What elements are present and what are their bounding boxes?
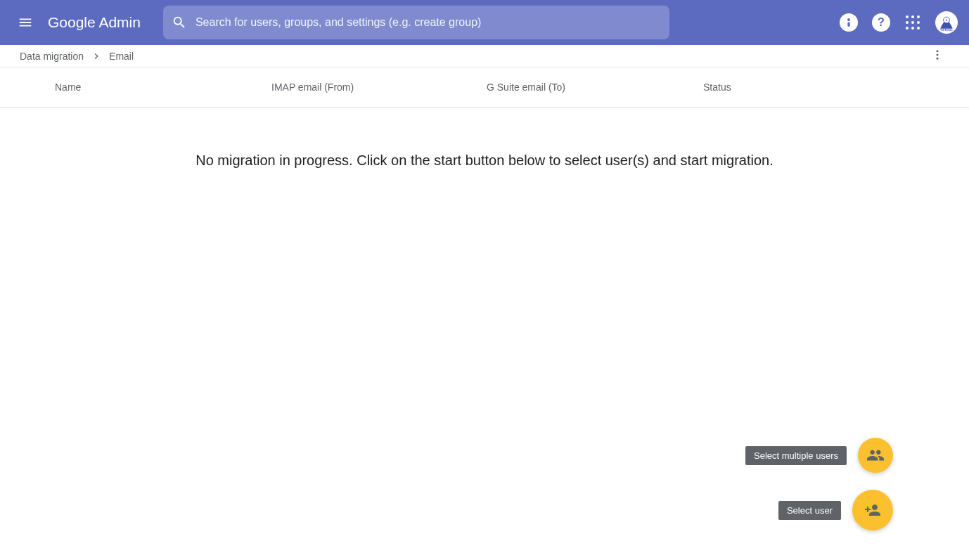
table-header: Name IMAP email (From) G Suite email (To… <box>0 67 969 108</box>
more-vert-icon <box>931 48 944 61</box>
svg-text:YSTOOL: YSTOOL <box>940 28 953 32</box>
search-icon <box>172 15 187 30</box>
select-user-button[interactable] <box>852 490 893 530</box>
app-header: Google Admin ? S YSTOOL <box>0 0 969 45</box>
help-button[interactable]: ? <box>872 13 890 32</box>
column-header-status: Status <box>703 82 969 93</box>
avatar-image: S YSTOOL <box>937 13 956 32</box>
svg-point-8 <box>937 57 939 59</box>
breadcrumb-current: Email <box>109 51 134 62</box>
info-icon <box>843 17 854 28</box>
header-icons: ? S YSTOOL <box>840 11 958 34</box>
avatar[interactable]: S YSTOOL <box>935 11 958 34</box>
search-bar[interactable] <box>163 6 669 39</box>
group-icon <box>866 446 885 464</box>
column-header-to: G Suite email (To) <box>487 82 703 93</box>
tooltip-select-user: Select user <box>778 501 841 520</box>
svg-point-7 <box>937 53 939 56</box>
search-input[interactable] <box>195 16 661 29</box>
svg-point-0 <box>847 18 850 21</box>
column-header-name: Name <box>55 82 271 93</box>
menu-button[interactable] <box>11 8 39 37</box>
apps-launcher-button[interactable] <box>904 14 921 31</box>
empty-state-message: No migration in progress. Click on the s… <box>0 152 969 169</box>
more-options-button[interactable] <box>925 43 949 70</box>
svg-rect-1 <box>847 22 849 27</box>
tooltip-select-multiple: Select multiple users <box>745 446 847 465</box>
help-icon: ? <box>878 16 885 29</box>
fab-container: Select multiple users Select user <box>745 438 893 530</box>
person-add-icon <box>864 502 881 519</box>
svg-point-6 <box>937 50 939 52</box>
column-header-from: IMAP email (From) <box>271 82 487 93</box>
select-multiple-users-button[interactable] <box>858 438 893 473</box>
breadcrumb: Data migration Email <box>20 51 134 62</box>
sub-header: Data migration Email <box>0 45 969 67</box>
breadcrumb-root[interactable]: Data migration <box>20 51 84 62</box>
chevron-right-icon <box>91 51 102 62</box>
fab-row-multiple: Select multiple users <box>745 438 893 473</box>
account-info-button[interactable] <box>840 13 858 32</box>
hamburger-icon <box>18 15 33 30</box>
app-title: Google Admin <box>48 14 141 31</box>
fab-row-single: Select user <box>778 490 893 530</box>
